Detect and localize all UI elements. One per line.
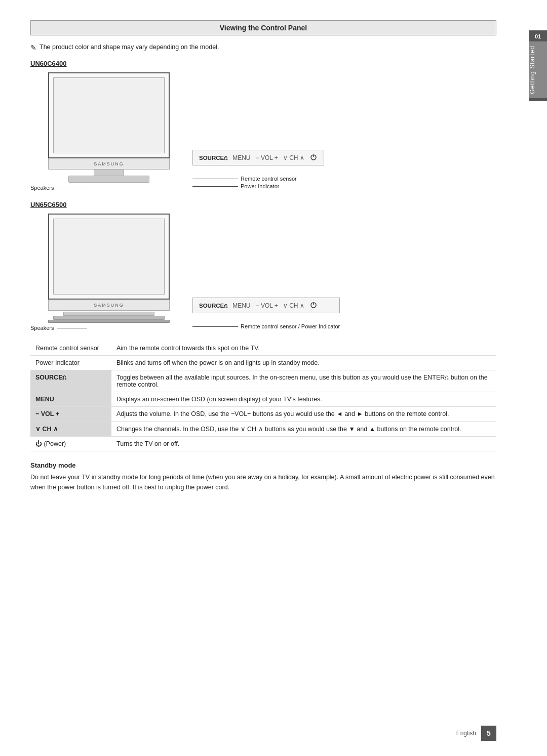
table-cell-label-4: − VOL + (30, 407, 111, 422)
info-table: Remote control sensorAim the remote cont… (30, 341, 496, 451)
model2-diagram-row: SAMSUNG Speakers SOUR (30, 214, 496, 331)
model1-right-col: SOURCE⎌ MENU − VOL + ∨ CH ∧ Remote contr… (192, 150, 324, 191)
table-cell-desc-0: Aim the remote control towards this spot… (111, 341, 496, 356)
table-cell-desc-1: Blinks and turns off when the power is o… (111, 356, 496, 370)
footer-lang: English (456, 730, 476, 737)
model1-sensor-lines: Remote control sensor Power Indicator (192, 172, 324, 191)
model2-base-wider (48, 320, 170, 323)
footer-page: 5 (481, 726, 496, 741)
note-icon: ✎ (30, 44, 36, 52)
model2-diagram: SAMSUNG Speakers SOUR (30, 214, 496, 331)
model1-tv-bezel: SAMSUNG (48, 158, 170, 170)
table-cell-desc-5: Changes the channels. In the OSD, use th… (111, 422, 496, 437)
model2-tv-bezel: SAMSUNG (48, 300, 170, 311)
model1-ctrl-source: SOURCE⎌ (199, 155, 227, 161)
model1-speaker-text: Speakers (30, 185, 54, 191)
model2-right-col: SOURCE⎌ MENU − VOL + ∨ CH ∧ Remote contr… (192, 298, 340, 331)
model2-ctrl-source: SOURCE⎌ (199, 303, 227, 309)
model2-ctrl-power (309, 301, 318, 310)
table-cell-label-0: Remote control sensor (30, 341, 111, 356)
model2-ctrl-vol: − VOL + (256, 302, 278, 309)
model1-tv-drawing: SAMSUNG Speakers (30, 72, 187, 191)
model1-tv-screen-inner (53, 77, 165, 153)
model1-tv-stand-wrapper: SAMSUNG (30, 72, 187, 183)
model1-speaker-label: Speakers (30, 185, 187, 191)
model1-sensor-label1: Remote control sensor (192, 176, 324, 182)
model1-sensor-line1 (192, 179, 238, 179)
model1-sensor-line2 (192, 186, 238, 187)
model1-tv-base (68, 176, 149, 183)
table-cell-label-5: ∨ CH ∧ (30, 422, 111, 437)
model1-diagram-row: SAMSUNG Speakers SOURCE⎌ MENU − VOL + (30, 72, 496, 191)
main-content: Viewing the Control Panel ✎ The product … (30, 20, 496, 492)
model2-ctrl-ch: ∨ CH ∧ (283, 302, 304, 309)
model2-tv-stand-wrapper: SAMSUNG (30, 214, 187, 323)
model2-sensor-lines: Remote control sensor / Power Indicator (192, 319, 340, 331)
model2-stand-mid (63, 312, 154, 316)
model1-tv-neck (94, 170, 124, 176)
model2-speaker-label: Speakers (30, 325, 187, 331)
table-cell-label-3: MENU (30, 392, 111, 407)
model1-control-bar: SOURCE⎌ MENU − VOL + ∨ CH ∧ (192, 150, 324, 165)
model2-base-wide (53, 316, 165, 320)
note-text: The product color and shape may vary dep… (40, 44, 219, 51)
section-title: Viewing the Control Panel (30, 20, 496, 35)
model1-diagram: SAMSUNG Speakers SOURCE⎌ MENU − VOL + (30, 72, 496, 191)
chapter-title: Getting Started (529, 41, 547, 98)
model2-control-bar: SOURCE⎌ MENU − VOL + ∨ CH ∧ (192, 298, 340, 313)
table-cell-label-1: Power Indicator (30, 356, 111, 370)
standby-text: Do not leave your TV in standby mode for… (30, 472, 496, 492)
model2-tv-screen-inner (53, 219, 165, 295)
model2-stand-base (48, 316, 170, 323)
table-cell-desc-2: Toggles between all the available input … (111, 370, 496, 392)
model2-tv-screen-outer (48, 214, 170, 300)
table-cell-label-2: SOURCE⎌ (30, 370, 111, 392)
model2-samsung-logo: SAMSUNG (94, 303, 124, 308)
model1-ctrl-menu: MENU (232, 154, 250, 161)
model2-sensor-line1 (192, 326, 238, 327)
model2-tv-drawing: SAMSUNG Speakers (30, 214, 187, 331)
standby-heading: Standby mode (30, 461, 496, 469)
model2-sensor-label1: Remote control sensor / Power Indicator (192, 323, 340, 329)
model2-speaker-line (57, 328, 87, 328)
table-cell-label-6: ⏻ (Power) (30, 437, 111, 451)
model1-ctrl-vol: − VOL + (256, 154, 278, 161)
model1-sensor-label2: Power Indicator (192, 183, 324, 189)
chapter-number: 01 (535, 33, 541, 39)
model1-tv-screen-outer (48, 72, 170, 158)
model1-speaker-line (57, 188, 87, 188)
model1-ctrl-ch: ∨ CH ∧ (283, 154, 304, 161)
samsung-logo: SAMSUNG (94, 161, 124, 166)
model2-heading: UN65C6500 (30, 201, 496, 208)
footer: English 5 (456, 726, 496, 741)
side-tab: 01 Getting Started (529, 30, 547, 101)
model1-ctrl-power (309, 153, 318, 162)
model2-speaker-text: Speakers (30, 325, 54, 331)
table-cell-desc-3: Displays an on-screen the OSD (on screen… (111, 392, 496, 407)
model1-heading: UN60C6400 (30, 60, 496, 67)
table-cell-desc-4: Adjusts the volume. In the OSD, use the … (111, 407, 496, 422)
note-line: ✎ The product color and shape may vary d… (30, 44, 496, 52)
table-cell-desc-6: Turns the TV on or off. (111, 437, 496, 451)
model2-ctrl-menu: MENU (232, 302, 250, 309)
